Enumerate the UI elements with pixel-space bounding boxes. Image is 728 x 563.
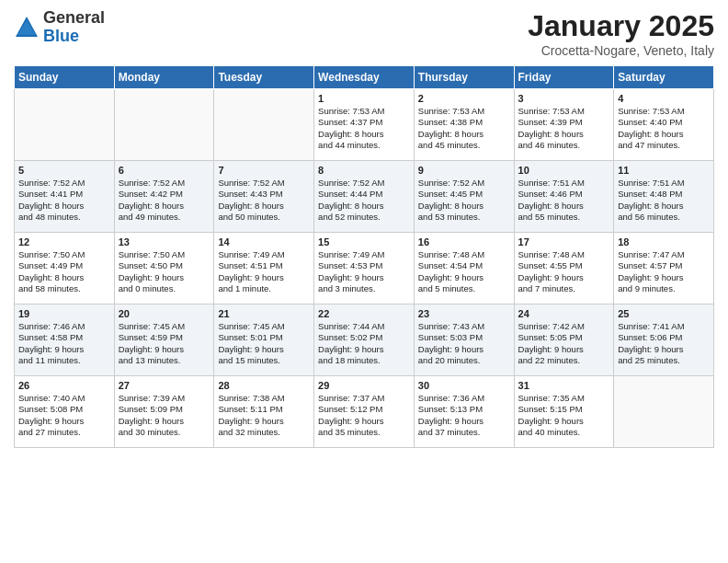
- cell-text-line: and 25 minutes.: [618, 355, 710, 366]
- header-friday: Friday: [514, 66, 614, 89]
- week-row-2: 12Sunrise: 7:50 AMSunset: 4:49 PMDayligh…: [15, 233, 714, 304]
- table-row: 21Sunrise: 7:45 AMSunset: 5:01 PMDayligh…: [214, 304, 314, 376]
- cell-text-line: and 50 minutes.: [218, 212, 310, 223]
- cell-text-line: Sunrise: 7:47 AM: [618, 249, 710, 260]
- cell-text-line: Sunrise: 7:52 AM: [418, 178, 510, 189]
- cell-text-line: Sunset: 4:51 PM: [218, 260, 310, 271]
- day-number: 27: [119, 380, 210, 391]
- cell-text-line: Daylight: 8 hours: [618, 201, 710, 212]
- cell-text-line: Sunrise: 7:37 AM: [318, 393, 410, 404]
- logo-icon: [14, 15, 40, 40]
- cell-text-line: Sunset: 4:42 PM: [119, 189, 210, 200]
- cell-text-line: Sunrise: 7:53 AM: [318, 106, 410, 117]
- table-row: [214, 89, 314, 161]
- cell-text-line: Sunrise: 7:49 AM: [218, 249, 310, 260]
- cell-text-line: Daylight: 9 hours: [318, 344, 410, 355]
- cell-text-line: Daylight: 8 hours: [318, 129, 410, 140]
- cell-text-line: Sunrise: 7:52 AM: [318, 178, 410, 189]
- table-row: 5Sunrise: 7:52 AMSunset: 4:41 PMDaylight…: [15, 161, 115, 233]
- cell-text-line: Sunset: 5:11 PM: [218, 404, 310, 415]
- cell-text-line: and 11 minutes.: [18, 355, 110, 366]
- cell-text-line: and 46 minutes.: [518, 140, 610, 151]
- cell-text-line: and 27 minutes.: [18, 427, 110, 438]
- cell-text-line: Sunrise: 7:51 AM: [518, 178, 610, 189]
- cell-text-line: Sunrise: 7:46 AM: [18, 321, 110, 332]
- cell-text-line: and 40 minutes.: [518, 427, 610, 438]
- week-row-4: 26Sunrise: 7:40 AMSunset: 5:08 PMDayligh…: [15, 376, 714, 448]
- cell-text-line: and 49 minutes.: [119, 212, 210, 223]
- table-row: 23Sunrise: 7:43 AMSunset: 5:03 PMDayligh…: [414, 304, 514, 376]
- day-number: 30: [418, 380, 510, 391]
- cell-text-line: and 5 minutes.: [418, 283, 510, 294]
- table-row: 3Sunrise: 7:53 AMSunset: 4:39 PMDaylight…: [514, 89, 614, 161]
- cell-text-line: and 1 minute.: [218, 283, 310, 294]
- table-row: 7Sunrise: 7:52 AMSunset: 4:43 PMDaylight…: [214, 161, 314, 233]
- table-row: 14Sunrise: 7:49 AMSunset: 4:51 PMDayligh…: [214, 233, 314, 304]
- header-saturday: Saturday: [614, 66, 714, 89]
- cell-text-line: Sunrise: 7:49 AM: [318, 249, 410, 260]
- cell-text-line: Sunset: 5:05 PM: [518, 332, 610, 343]
- cell-text-line: Sunrise: 7:40 AM: [18, 393, 110, 404]
- cell-text-line: Sunset: 4:58 PM: [18, 332, 110, 343]
- cell-text-line: Daylight: 8 hours: [518, 129, 610, 140]
- cell-text-line: Daylight: 8 hours: [418, 129, 510, 140]
- cell-text-line: Sunrise: 7:52 AM: [218, 178, 310, 189]
- cell-text-line: and 37 minutes.: [418, 427, 510, 438]
- logo-blue: Blue: [43, 28, 105, 46]
- cell-text-line: Sunrise: 7:45 AM: [218, 321, 310, 332]
- cell-text-line: Daylight: 8 hours: [318, 201, 410, 212]
- day-number: 24: [518, 308, 610, 319]
- day-number: 14: [218, 236, 310, 247]
- cell-text-line: and 3 minutes.: [318, 283, 410, 294]
- cell-text-line: and 7 minutes.: [518, 283, 610, 294]
- title-block: January 2025 Crocetta-Nogare, Veneto, It…: [528, 9, 714, 58]
- cell-text-line: Sunrise: 7:53 AM: [618, 106, 710, 117]
- day-number: 4: [618, 93, 710, 104]
- day-number: 26: [18, 380, 110, 391]
- cell-text-line: Sunrise: 7:45 AM: [119, 321, 210, 332]
- cell-text-line: Sunrise: 7:52 AM: [119, 178, 210, 189]
- cell-text-line: Daylight: 9 hours: [318, 272, 410, 283]
- table-row: 6Sunrise: 7:52 AMSunset: 4:42 PMDaylight…: [114, 161, 214, 233]
- cell-text-line: and 55 minutes.: [518, 212, 610, 223]
- cell-text-line: Sunset: 4:45 PM: [418, 189, 510, 200]
- day-number: 12: [18, 236, 110, 247]
- cell-text-line: Sunset: 5:06 PM: [618, 332, 710, 343]
- table-row: 29Sunrise: 7:37 AMSunset: 5:12 PMDayligh…: [314, 376, 415, 448]
- week-row-0: 1Sunrise: 7:53 AMSunset: 4:37 PMDaylight…: [15, 89, 714, 161]
- header-sunday: Sunday: [15, 66, 115, 89]
- cell-text-line: Sunset: 4:41 PM: [18, 189, 110, 200]
- cell-text-line: and 56 minutes.: [618, 212, 710, 223]
- calendar-title: January 2025: [528, 9, 714, 43]
- cell-text-line: Daylight: 8 hours: [618, 129, 710, 140]
- cell-text-line: Sunrise: 7:42 AM: [518, 321, 610, 332]
- day-number: 5: [18, 165, 110, 176]
- day-number: 21: [218, 308, 310, 319]
- day-number: 3: [518, 93, 610, 104]
- cell-text-line: Daylight: 8 hours: [18, 272, 110, 283]
- day-number: 13: [119, 236, 210, 247]
- day-number: 9: [418, 165, 510, 176]
- cell-text-line: and 9 minutes.: [618, 283, 710, 294]
- table-row: 20Sunrise: 7:45 AMSunset: 4:59 PMDayligh…: [114, 304, 214, 376]
- cell-text-line: Sunset: 4:44 PM: [318, 189, 410, 200]
- cell-text-line: Sunset: 5:12 PM: [318, 404, 410, 415]
- cell-text-line: Daylight: 9 hours: [218, 272, 310, 283]
- day-number: 18: [618, 236, 710, 247]
- table-row: [15, 89, 115, 161]
- table-row: [114, 89, 214, 161]
- header-thursday: Thursday: [414, 66, 514, 89]
- cell-text-line: Sunrise: 7:51 AM: [618, 178, 710, 189]
- cell-text-line: Daylight: 9 hours: [418, 272, 510, 283]
- logo-text: General Blue: [43, 9, 105, 46]
- cell-text-line: Daylight: 9 hours: [119, 272, 210, 283]
- cell-text-line: Daylight: 8 hours: [119, 201, 210, 212]
- cell-text-line: Sunrise: 7:48 AM: [418, 249, 510, 260]
- logo-general: General: [43, 9, 105, 28]
- table-row: 26Sunrise: 7:40 AMSunset: 5:08 PMDayligh…: [15, 376, 115, 448]
- header: General Blue January 2025 Crocetta-Nogar…: [14, 9, 714, 58]
- cell-text-line: Daylight: 9 hours: [518, 272, 610, 283]
- cell-text-line: Daylight: 8 hours: [18, 201, 110, 212]
- table-row: 9Sunrise: 7:52 AMSunset: 4:45 PMDaylight…: [414, 161, 514, 233]
- cell-text-line: Sunset: 4:43 PM: [218, 189, 310, 200]
